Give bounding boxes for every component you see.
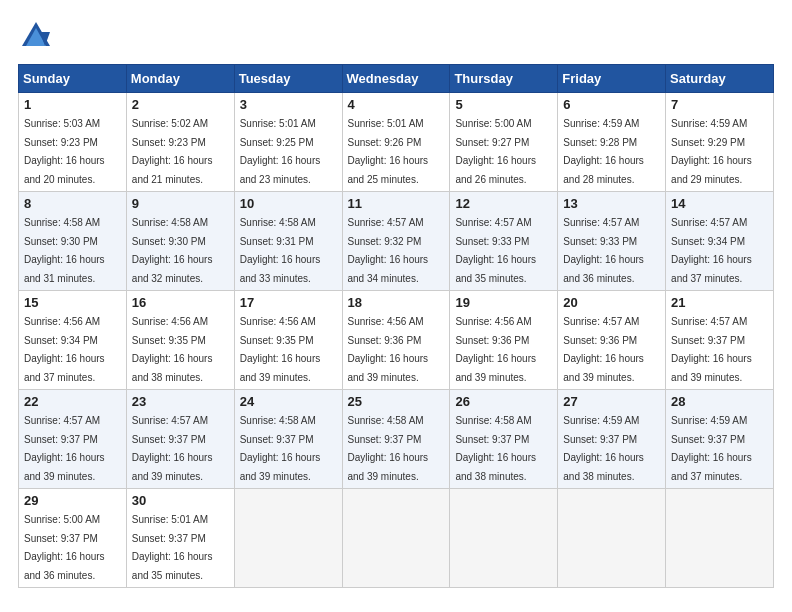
day-number: 14 bbox=[671, 196, 768, 211]
day-number: 21 bbox=[671, 295, 768, 310]
calendar-table: SundayMondayTuesdayWednesdayThursdayFrid… bbox=[18, 64, 774, 588]
day-number: 4 bbox=[348, 97, 445, 112]
day-detail: Sunrise: 5:01 AMSunset: 9:25 PMDaylight:… bbox=[240, 118, 321, 185]
calendar-cell bbox=[450, 489, 558, 588]
calendar-week-1: 1Sunrise: 5:03 AMSunset: 9:23 PMDaylight… bbox=[19, 93, 774, 192]
day-number: 30 bbox=[132, 493, 229, 508]
day-number: 1 bbox=[24, 97, 121, 112]
day-number: 20 bbox=[563, 295, 660, 310]
day-detail: Sunrise: 4:58 AMSunset: 9:37 PMDaylight:… bbox=[240, 415, 321, 482]
day-number: 25 bbox=[348, 394, 445, 409]
calendar-cell: 24Sunrise: 4:58 AMSunset: 9:37 PMDayligh… bbox=[234, 390, 342, 489]
day-detail: Sunrise: 4:58 AMSunset: 9:37 PMDaylight:… bbox=[455, 415, 536, 482]
day-detail: Sunrise: 5:01 AMSunset: 9:37 PMDaylight:… bbox=[132, 514, 213, 581]
day-detail: Sunrise: 4:57 AMSunset: 9:33 PMDaylight:… bbox=[563, 217, 644, 284]
day-detail: Sunrise: 4:56 AMSunset: 9:36 PMDaylight:… bbox=[348, 316, 429, 383]
day-number: 7 bbox=[671, 97, 768, 112]
day-number: 27 bbox=[563, 394, 660, 409]
day-number: 24 bbox=[240, 394, 337, 409]
day-number: 26 bbox=[455, 394, 552, 409]
day-number: 28 bbox=[671, 394, 768, 409]
page: SundayMondayTuesdayWednesdayThursdayFrid… bbox=[0, 0, 792, 612]
day-number: 15 bbox=[24, 295, 121, 310]
header bbox=[18, 18, 774, 54]
calendar-cell bbox=[342, 489, 450, 588]
logo-icon bbox=[18, 18, 54, 54]
day-number: 9 bbox=[132, 196, 229, 211]
calendar-cell: 9Sunrise: 4:58 AMSunset: 9:30 PMDaylight… bbox=[126, 192, 234, 291]
calendar-cell: 3Sunrise: 5:01 AMSunset: 9:25 PMDaylight… bbox=[234, 93, 342, 192]
day-detail: Sunrise: 4:58 AMSunset: 9:30 PMDaylight:… bbox=[132, 217, 213, 284]
calendar-cell: 22Sunrise: 4:57 AMSunset: 9:37 PMDayligh… bbox=[19, 390, 127, 489]
day-detail: Sunrise: 5:02 AMSunset: 9:23 PMDaylight:… bbox=[132, 118, 213, 185]
day-number: 17 bbox=[240, 295, 337, 310]
day-number: 19 bbox=[455, 295, 552, 310]
calendar-cell: 8Sunrise: 4:58 AMSunset: 9:30 PMDaylight… bbox=[19, 192, 127, 291]
calendar-cell: 2Sunrise: 5:02 AMSunset: 9:23 PMDaylight… bbox=[126, 93, 234, 192]
calendar-cell: 10Sunrise: 4:58 AMSunset: 9:31 PMDayligh… bbox=[234, 192, 342, 291]
day-detail: Sunrise: 4:57 AMSunset: 9:37 PMDaylight:… bbox=[671, 316, 752, 383]
day-detail: Sunrise: 4:58 AMSunset: 9:37 PMDaylight:… bbox=[348, 415, 429, 482]
day-detail: Sunrise: 4:56 AMSunset: 9:35 PMDaylight:… bbox=[132, 316, 213, 383]
calendar-cell: 26Sunrise: 4:58 AMSunset: 9:37 PMDayligh… bbox=[450, 390, 558, 489]
day-detail: Sunrise: 4:58 AMSunset: 9:30 PMDaylight:… bbox=[24, 217, 105, 284]
weekday-header-saturday: Saturday bbox=[666, 65, 774, 93]
day-number: 11 bbox=[348, 196, 445, 211]
calendar-cell: 23Sunrise: 4:57 AMSunset: 9:37 PMDayligh… bbox=[126, 390, 234, 489]
day-detail: Sunrise: 4:57 AMSunset: 9:34 PMDaylight:… bbox=[671, 217, 752, 284]
calendar-cell: 14Sunrise: 4:57 AMSunset: 9:34 PMDayligh… bbox=[666, 192, 774, 291]
day-detail: Sunrise: 4:57 AMSunset: 9:33 PMDaylight:… bbox=[455, 217, 536, 284]
day-detail: Sunrise: 5:00 AMSunset: 9:27 PMDaylight:… bbox=[455, 118, 536, 185]
calendar-cell bbox=[558, 489, 666, 588]
calendar-cell: 27Sunrise: 4:59 AMSunset: 9:37 PMDayligh… bbox=[558, 390, 666, 489]
calendar-cell: 4Sunrise: 5:01 AMSunset: 9:26 PMDaylight… bbox=[342, 93, 450, 192]
calendar-cell: 20Sunrise: 4:57 AMSunset: 9:36 PMDayligh… bbox=[558, 291, 666, 390]
logo bbox=[18, 18, 58, 54]
day-detail: Sunrise: 4:56 AMSunset: 9:36 PMDaylight:… bbox=[455, 316, 536, 383]
calendar-cell: 13Sunrise: 4:57 AMSunset: 9:33 PMDayligh… bbox=[558, 192, 666, 291]
calendar-cell: 6Sunrise: 4:59 AMSunset: 9:28 PMDaylight… bbox=[558, 93, 666, 192]
day-detail: Sunrise: 4:59 AMSunset: 9:37 PMDaylight:… bbox=[563, 415, 644, 482]
calendar-cell: 12Sunrise: 4:57 AMSunset: 9:33 PMDayligh… bbox=[450, 192, 558, 291]
calendar-cell: 7Sunrise: 4:59 AMSunset: 9:29 PMDaylight… bbox=[666, 93, 774, 192]
day-number: 10 bbox=[240, 196, 337, 211]
calendar-week-4: 22Sunrise: 4:57 AMSunset: 9:37 PMDayligh… bbox=[19, 390, 774, 489]
calendar-cell: 11Sunrise: 4:57 AMSunset: 9:32 PMDayligh… bbox=[342, 192, 450, 291]
day-detail: Sunrise: 4:56 AMSunset: 9:34 PMDaylight:… bbox=[24, 316, 105, 383]
day-detail: Sunrise: 4:59 AMSunset: 9:37 PMDaylight:… bbox=[671, 415, 752, 482]
calendar-cell bbox=[666, 489, 774, 588]
day-detail: Sunrise: 5:03 AMSunset: 9:23 PMDaylight:… bbox=[24, 118, 105, 185]
calendar-week-5: 29Sunrise: 5:00 AMSunset: 9:37 PMDayligh… bbox=[19, 489, 774, 588]
day-number: 6 bbox=[563, 97, 660, 112]
weekday-header-sunday: Sunday bbox=[19, 65, 127, 93]
calendar-week-2: 8Sunrise: 4:58 AMSunset: 9:30 PMDaylight… bbox=[19, 192, 774, 291]
calendar-cell: 25Sunrise: 4:58 AMSunset: 9:37 PMDayligh… bbox=[342, 390, 450, 489]
calendar-cell: 21Sunrise: 4:57 AMSunset: 9:37 PMDayligh… bbox=[666, 291, 774, 390]
day-detail: Sunrise: 5:00 AMSunset: 9:37 PMDaylight:… bbox=[24, 514, 105, 581]
day-number: 8 bbox=[24, 196, 121, 211]
day-detail: Sunrise: 4:58 AMSunset: 9:31 PMDaylight:… bbox=[240, 217, 321, 284]
day-number: 22 bbox=[24, 394, 121, 409]
weekday-header-wednesday: Wednesday bbox=[342, 65, 450, 93]
day-detail: Sunrise: 4:57 AMSunset: 9:32 PMDaylight:… bbox=[348, 217, 429, 284]
calendar-cell: 15Sunrise: 4:56 AMSunset: 9:34 PMDayligh… bbox=[19, 291, 127, 390]
day-number: 18 bbox=[348, 295, 445, 310]
day-detail: Sunrise: 4:59 AMSunset: 9:29 PMDaylight:… bbox=[671, 118, 752, 185]
day-detail: Sunrise: 4:57 AMSunset: 9:37 PMDaylight:… bbox=[132, 415, 213, 482]
day-detail: Sunrise: 4:57 AMSunset: 9:36 PMDaylight:… bbox=[563, 316, 644, 383]
weekday-header-friday: Friday bbox=[558, 65, 666, 93]
calendar-cell: 30Sunrise: 5:01 AMSunset: 9:37 PMDayligh… bbox=[126, 489, 234, 588]
day-number: 2 bbox=[132, 97, 229, 112]
calendar-week-3: 15Sunrise: 4:56 AMSunset: 9:34 PMDayligh… bbox=[19, 291, 774, 390]
day-number: 16 bbox=[132, 295, 229, 310]
calendar-cell: 16Sunrise: 4:56 AMSunset: 9:35 PMDayligh… bbox=[126, 291, 234, 390]
weekday-header-monday: Monday bbox=[126, 65, 234, 93]
day-detail: Sunrise: 5:01 AMSunset: 9:26 PMDaylight:… bbox=[348, 118, 429, 185]
calendar-cell: 1Sunrise: 5:03 AMSunset: 9:23 PMDaylight… bbox=[19, 93, 127, 192]
weekday-header-tuesday: Tuesday bbox=[234, 65, 342, 93]
day-number: 13 bbox=[563, 196, 660, 211]
calendar-cell: 19Sunrise: 4:56 AMSunset: 9:36 PMDayligh… bbox=[450, 291, 558, 390]
weekday-header-thursday: Thursday bbox=[450, 65, 558, 93]
day-number: 12 bbox=[455, 196, 552, 211]
day-number: 5 bbox=[455, 97, 552, 112]
